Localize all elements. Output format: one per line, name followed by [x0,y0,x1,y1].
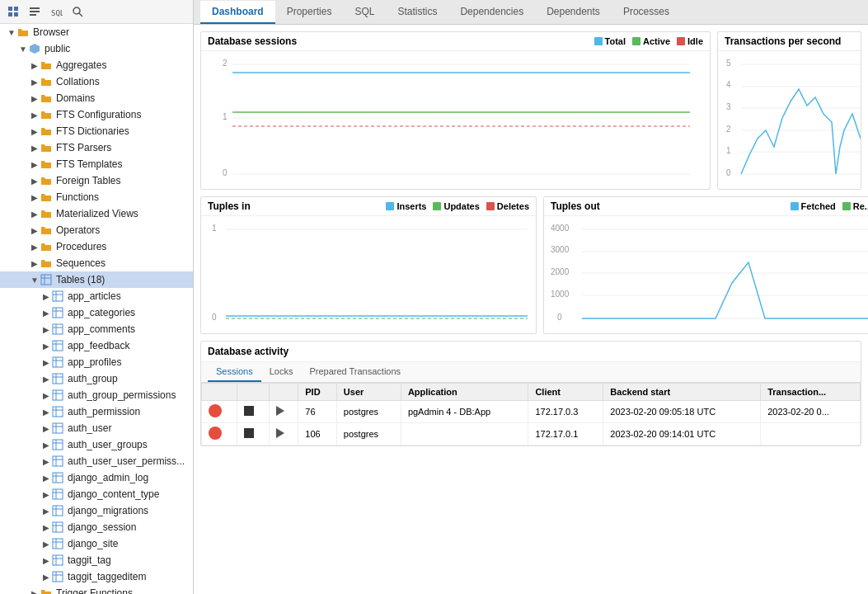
chevron-app-feedback[interactable]: ▶ [41,342,51,351]
sidebar-item-trigger-functions[interactable]: ▶Trigger Functions [0,585,193,594]
chevron-browser[interactable]: ▼ [7,28,16,37]
activity-tab-locks[interactable]: Locks [261,362,302,382]
sidebar-item-functions[interactable]: ▶Functions [0,189,193,205]
stop-button-1[interactable] [244,428,254,438]
sidebar-item-browser[interactable]: ▼Browser [0,24,193,40]
chevron-django-admin-log[interactable]: ▶ [41,474,51,483]
sidebar-item-django-site[interactable]: ▶django_site [0,535,193,552]
sidebar-item-operators[interactable]: ▶Operators [0,222,193,238]
tab-properties[interactable]: Properties [275,1,344,24]
col-actions3 [269,384,298,401]
chevron-app-articles[interactable]: ▶ [41,292,51,301]
sidebar-item-sequences[interactable]: ▶Sequences [0,255,193,271]
chevron-collations[interactable]: ▶ [30,78,40,87]
chevron-auth-permission[interactable]: ▶ [41,408,51,417]
chevron-django-migrations[interactable]: ▶ [41,507,51,516]
chevron-auth-user-groups[interactable]: ▶ [41,441,51,450]
chevron-materialized-views[interactable]: ▶ [30,210,40,219]
sidebar-item-auth-group[interactable]: ▶auth_group [0,370,193,387]
sidebar-item-auth-permission[interactable]: ▶auth_permission [0,403,193,420]
sidebar-item-fts-dicts[interactable]: ▶FTS Dictionaries [0,123,193,139]
tab-dependencies[interactable]: Dependencies [448,1,535,24]
sidebar-label-taggit-tag: taggit_tag [68,554,111,566]
tab-dashboard[interactable]: Dashboard [200,1,275,24]
sidebar-item-app-profiles[interactable]: ▶app_profiles [0,354,193,370]
chevron-fts-dicts[interactable]: ▶ [30,127,40,136]
tab-sql[interactable]: SQL [343,1,386,24]
chevron-foreign-tables[interactable]: ▶ [30,177,40,186]
legend-active-label: Active [643,36,670,46]
terminate-button-1[interactable] [209,427,222,440]
play-button-1[interactable] [276,428,284,438]
sidebar-item-django-admin-log[interactable]: ▶django_admin_log [0,469,193,486]
toolbar-search-btn[interactable] [68,2,87,21]
chevron-procedures[interactable]: ▶ [30,243,40,252]
folder-icon [40,174,53,187]
chevron-taggit-taggeditem[interactable]: ▶ [41,573,51,582]
tab-dependents[interactable]: Dependents [535,1,612,24]
sidebar-item-tables[interactable]: ▼Tables (18) [0,271,193,288]
toolbar-properties-btn[interactable] [25,2,45,21]
tab-processes[interactable]: Processes [612,1,681,24]
sidebar-item-public[interactable]: ▼public [0,40,193,57]
sidebar-item-app-comments[interactable]: ▶app_comments [0,321,193,337]
sidebar-item-django-content-type[interactable]: ▶django_content_type [0,486,193,502]
chevron-django-session[interactable]: ▶ [41,523,51,532]
tab-statistics[interactable]: Statistics [386,1,448,24]
stop-button-0[interactable] [244,406,254,416]
chevron-auth-user-perms[interactable]: ▶ [41,457,51,466]
chevron-app-profiles[interactable]: ▶ [41,358,51,367]
chevron-operators[interactable]: ▶ [30,226,40,235]
main-panel: Dashboard Properties SQL Statistics Depe… [194,0,868,594]
db-sessions-title-text: Database sessions [208,35,297,47]
play-button-0[interactable] [276,406,284,416]
activity-tab-sessions[interactable]: Sessions [208,362,261,382]
activity-tab-prepared[interactable]: Prepared Transactions [301,362,409,382]
sidebar-item-aggregates[interactable]: ▶Aggregates [0,57,193,73]
sidebar-item-app-articles[interactable]: ▶app_articles [0,288,193,304]
sidebar-item-domains[interactable]: ▶Domains [0,90,193,106]
sidebar-item-auth-user[interactable]: ▶auth_user [0,420,193,436]
chevron-auth-group-perm[interactable]: ▶ [41,391,51,400]
chevron-trigger-functions[interactable]: ▶ [30,589,40,595]
chevron-django-content-type[interactable]: ▶ [41,490,51,499]
tuples-out-title-text: Tuples out [551,200,600,212]
sidebar-item-django-session[interactable]: ▶django_session [0,519,193,535]
terminate-button-0[interactable] [209,404,222,417]
sidebar-item-app-feedback[interactable]: ▶app_feedback [0,337,193,354]
sidebar-item-fts-configs[interactable]: ▶FTS Configurations [0,106,193,123]
toolbar-dashboard-btn[interactable] [3,2,23,21]
sidebar-item-app-categories[interactable]: ▶app_categories [0,304,193,321]
chevron-public[interactable]: ▼ [18,45,28,54]
sidebar-item-fts-parsers[interactable]: ▶FTS Parsers [0,139,193,156]
cell-user-1: postgres [336,423,401,446]
chevron-auth-group[interactable]: ▶ [41,375,51,384]
chevron-sequences[interactable]: ▶ [30,259,40,268]
sidebar-item-fts-templates[interactable]: ▶FTS Templates [0,156,193,172]
sidebar-item-auth-user-groups[interactable]: ▶auth_user_groups [0,436,193,453]
sidebar-item-taggit-tag[interactable]: ▶taggit_tag [0,552,193,568]
sidebar-item-django-migrations[interactable]: ▶django_migrations [0,502,193,519]
chevron-taggit-tag[interactable]: ▶ [41,556,51,565]
sidebar-item-collations[interactable]: ▶Collations [0,73,193,90]
chevron-auth-user[interactable]: ▶ [41,424,51,433]
chevron-app-comments[interactable]: ▶ [41,325,51,334]
sidebar-item-taggit-taggeditem[interactable]: ▶taggit_taggeditem [0,568,193,585]
cell-stop-1 [237,423,269,446]
chevron-fts-templates[interactable]: ▶ [30,160,40,169]
sidebar-item-procedures[interactable]: ▶Procedures [0,238,193,255]
db-sessions-panel: Database sessions Total Active [200,31,711,190]
chevron-app-categories[interactable]: ▶ [41,309,51,318]
chevron-django-site[interactable]: ▶ [41,540,51,549]
sidebar-item-materialized-views[interactable]: ▶Materialized Views [0,205,193,222]
chevron-fts-parsers[interactable]: ▶ [30,144,40,153]
chevron-aggregates[interactable]: ▶ [30,61,40,70]
sidebar-item-auth-user-perms[interactable]: ▶auth_user_user_permiss... [0,453,193,469]
chevron-domains[interactable]: ▶ [30,94,40,103]
chevron-fts-configs[interactable]: ▶ [30,111,40,120]
chevron-tables[interactable]: ▼ [30,276,40,285]
sidebar-item-foreign-tables[interactable]: ▶Foreign Tables [0,172,193,189]
toolbar-sql-btn[interactable]: SQL [46,2,66,21]
sidebar-item-auth-group-perm[interactable]: ▶auth_group_permissions [0,387,193,403]
chevron-functions[interactable]: ▶ [30,193,40,202]
